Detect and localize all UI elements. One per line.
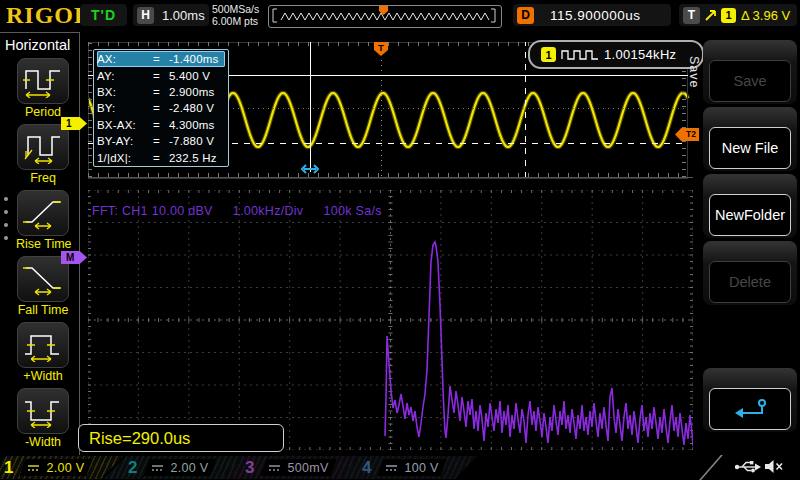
- save-button-slot: Save: [703, 40, 797, 104]
- channel1-status[interactable]: 1 2.00 V: [0, 456, 123, 479]
- usb-icon: [734, 459, 762, 474]
- cursor-row[interactable]: BY:=-2.480 V: [97, 100, 225, 116]
- channel-number: 2: [128, 458, 137, 478]
- channel2-status[interactable]: 2 2.00 V: [104, 456, 243, 479]
- trigger-group[interactable]: T 1 Δ 3.96 V: [679, 4, 797, 26]
- trigger-source-badge: 1: [721, 8, 736, 23]
- menu-item-label: Freq: [16, 171, 70, 185]
- back-button-slot: [703, 368, 797, 432]
- menu-item-fall-time[interactable]: Fall Time: [16, 256, 70, 317]
- waveform-preview: [268, 5, 502, 28]
- neg-width-icon: [23, 394, 63, 428]
- square-wave-icon: [561, 49, 599, 61]
- measurement-popup: Rise=290.0us: [78, 424, 284, 452]
- menu-item-label: -Width: [16, 435, 70, 449]
- cursor-row[interactable]: AY:=5.400 V: [97, 67, 225, 83]
- channel-scale: 2.00 V: [46, 461, 84, 475]
- menu-item-label: +Width: [16, 369, 70, 383]
- graticule-ticks: [88, 42, 92, 177]
- timebase-value: 1.00ms: [162, 8, 205, 23]
- d-key-badge: D: [517, 7, 534, 24]
- rising-edge-icon: [705, 8, 717, 22]
- fft-header: FFT: CH1 10.00 dBV1.00kHz/Div100k Sa/s: [92, 204, 402, 218]
- new-file-button-slot: New File: [703, 107, 797, 171]
- menu-item-label: Period: [16, 105, 70, 119]
- horizontal-timebase-group[interactable]: H 1.00ms: [133, 4, 209, 26]
- return-arrow-icon: [728, 396, 772, 422]
- cursor-bx-line: [525, 42, 526, 178]
- cursor-readout-box: AX:=-1.400ms AY:=5.400 V BX:=2.900ms BY:…: [93, 49, 229, 167]
- new-folder-button[interactable]: NewFolder: [709, 194, 791, 236]
- acquisition-info: 500MSa/s 6.00M pts: [212, 3, 259, 27]
- delay-group[interactable]: D 115.900000us: [513, 4, 671, 26]
- new-folder-button-slot: NewFolder: [703, 174, 797, 238]
- menu-item-period[interactable]: Period: [16, 58, 70, 119]
- dc-coupling-icon: [385, 463, 398, 473]
- cursor-row[interactable]: BX-AX:=4.300ms: [97, 117, 225, 133]
- new-file-button[interactable]: New File: [709, 127, 791, 169]
- channel-number: 3: [245, 458, 254, 478]
- menu-page-dot: [4, 210, 8, 214]
- channel-scale: 500mV: [287, 461, 328, 475]
- delete-button[interactable]: Delete: [709, 261, 791, 303]
- menu-page-dot: [4, 236, 8, 240]
- coupling-box: 2.00 V: [143, 459, 216, 476]
- trigger-status-badge: T'D: [80, 4, 127, 26]
- dc-coupling-icon: [151, 463, 164, 473]
- menu-page-dot: [4, 223, 8, 227]
- save-button[interactable]: Save: [709, 60, 791, 102]
- rise-time-icon: [23, 196, 63, 230]
- menu-item-label: Rise Time: [16, 237, 70, 251]
- cursor-row[interactable]: BY-AY:=-7.880 V: [97, 133, 225, 149]
- channel-status-bar: 1 2.00 V 2 2.00 V 3: [0, 455, 800, 480]
- status-divider: [699, 455, 723, 480]
- memory-depth: 6.00M pts: [212, 15, 259, 27]
- dc-coupling-icon: [268, 463, 281, 473]
- freq-counter-value: 1.00154kHz: [604, 47, 676, 62]
- channel-scale: 2.00 V: [170, 461, 208, 475]
- coupling-box: 500mV: [260, 459, 336, 476]
- cursor-row[interactable]: 1/|dX|:=232.5 Hz: [97, 149, 225, 165]
- right-menu-title: Save: [687, 56, 701, 89]
- coupling-box: 2.00 V: [19, 459, 92, 476]
- menu-page-dot: [4, 197, 8, 201]
- freq-counter-source: 1: [541, 47, 556, 62]
- freq-counter-badge: 1 1.00154kHz: [528, 40, 704, 69]
- left-menu-title: Horizontal: [5, 37, 70, 53]
- sample-rate: 500MSa/s: [212, 3, 259, 15]
- dc-coupling-icon: [27, 463, 40, 473]
- menu-item-label: Fall Time: [16, 303, 70, 317]
- cursor-a-handle-icon[interactable]: [301, 164, 319, 174]
- view-divider: [88, 177, 693, 178]
- cursor-row[interactable]: BX:=2.900ms: [97, 84, 225, 100]
- t-key-badge: T: [683, 7, 700, 24]
- cursor-row[interactable]: AX:=-1.400ms: [97, 51, 225, 67]
- pos-width-icon: [23, 328, 63, 362]
- channel-number: 1: [4, 458, 13, 478]
- channel-number: 4: [362, 458, 371, 478]
- oscilloscope-screen: RIGOL T'D H 1.00ms 500MSa/s 6.00M pts D …: [0, 0, 800, 480]
- channel4-status[interactable]: 4 100 V: [338, 456, 477, 479]
- channel3-status[interactable]: 3 500mV: [221, 456, 360, 479]
- back-button[interactable]: [709, 388, 791, 430]
- trigger-level-value: Δ 3.96 V: [741, 8, 790, 23]
- brand-logo: RIGOL: [6, 2, 91, 29]
- delay-value: 115.900000us: [550, 8, 641, 23]
- menu-item-freq[interactable]: Freq: [16, 124, 70, 185]
- cursor-ax-line: [310, 42, 311, 172]
- ch1-position-marker[interactable]: 1: [61, 117, 87, 130]
- coupling-box: 100 V: [377, 459, 446, 476]
- menu-item-rise-time[interactable]: Rise Time: [16, 190, 70, 251]
- trigger-position-line: [381, 56, 382, 176]
- menu-item-pos-width[interactable]: +Width: [16, 322, 70, 383]
- period-icon: [23, 64, 63, 98]
- menu-item-neg-width[interactable]: -Width: [16, 388, 70, 449]
- fft-display: [88, 190, 693, 450]
- fall-time-icon: [23, 262, 63, 296]
- h-key-badge: H: [137, 7, 154, 24]
- channel-scale: 100 V: [404, 461, 438, 475]
- delete-button-slot: Delete: [703, 241, 797, 305]
- freq-icon: [23, 130, 63, 164]
- math-position-marker[interactable]: M: [61, 251, 87, 264]
- speaker-muted-icon: [763, 459, 784, 474]
